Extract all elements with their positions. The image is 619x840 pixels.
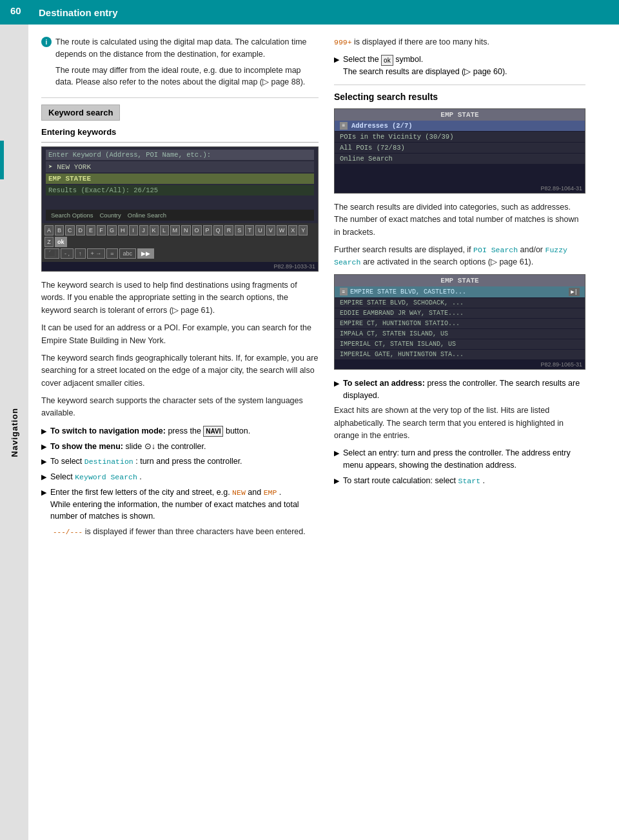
key-Q[interactable]: Q xyxy=(213,225,223,235)
poi-search-text: POI Search xyxy=(473,246,518,254)
body-para-3: The keyword search finds geographically … xyxy=(41,352,319,390)
divider-2 xyxy=(41,142,319,143)
key-R[interactable]: R xyxy=(224,225,234,235)
bullet-show-menu-text: To show the menu: slide ⊙↓ the controlle… xyxy=(50,441,319,453)
bullet-kw-mono: Keyword Search xyxy=(75,473,137,481)
bullet-show-menu: ▶ To show the menu: slide ⊙↓ the control… xyxy=(41,441,319,453)
dashed-display: ---/--- is displayed if fewer than three… xyxy=(53,526,319,538)
key-P[interactable]: P xyxy=(203,225,212,235)
bullet-select-address: ▶ To select an address: press the contro… xyxy=(334,377,585,402)
info-text-p1: The route is calculated using the digita… xyxy=(55,36,319,61)
emp-row-all-pois: All POIs (72/83) xyxy=(335,143,585,153)
key-ok[interactable]: ok xyxy=(55,237,67,247)
bullet-route-rest: . xyxy=(483,476,485,485)
hit-text: 999+ is displayed if there are too many … xyxy=(334,36,585,48)
key-C[interactable]: C xyxy=(65,225,75,235)
selecting-results-heading: Selecting search results xyxy=(334,92,585,102)
main-content: i The route is calculated using the digi… xyxy=(28,25,619,840)
bullet-kw-text: Select Keyword Search . xyxy=(50,471,319,483)
key-up[interactable]: ↑ xyxy=(75,248,86,259)
key-F[interactable]: F xyxy=(97,225,106,235)
kw-row-results: Results (Exact/All): 26/125 xyxy=(46,185,314,195)
key-D[interactable]: D xyxy=(76,225,86,235)
keyword-search-screenshot: Enter Keyword (Address, POI Name, etc.):… xyxy=(41,146,319,272)
key-I[interactable]: I xyxy=(129,225,138,235)
key-J[interactable]: J xyxy=(139,225,148,235)
bullet-dest-mono: Destination xyxy=(84,457,133,466)
bullet-destination: ▶ To select Destination : turn and press… xyxy=(41,455,319,468)
key-plus[interactable]: + → xyxy=(87,248,106,259)
bullet-navi-rest: press the xyxy=(168,426,203,435)
key-G[interactable]: G xyxy=(107,225,117,235)
bullet-letters-pre: Enter the first few letters of the city … xyxy=(50,488,232,497)
kw-toolbar: Search Options Country Online Search xyxy=(46,210,314,221)
key-T[interactable]: T xyxy=(245,225,254,235)
emp2-row-3: EMPIRE CT, HUNTINGTON STATIO... xyxy=(335,319,585,328)
info-text: The route is calculated using the digita… xyxy=(55,36,319,88)
bullet-addr-bold: To select an address: xyxy=(343,379,425,388)
sidebar-accent xyxy=(0,141,4,179)
bullet-addr-text: To select an address: press the controll… xyxy=(343,377,585,402)
key-W[interactable]: W xyxy=(277,225,288,235)
bullet-navi-text: To switch to navigation mode: press the … xyxy=(50,425,319,437)
key-E[interactable]: E xyxy=(86,225,95,235)
key-A[interactable]: A xyxy=(44,225,54,235)
kw-keyboard: A B C D E F G H I J K L M N O xyxy=(42,223,318,262)
body-para-4: The keyword search supports the characte… xyxy=(41,395,319,420)
emp2-row-0-text: EMPIRE STATE BLVD, CASTLETO... xyxy=(350,288,466,295)
emp2-row-2: EDDIE EAMBRAND JR WAY, STATE.... xyxy=(335,308,585,318)
kw-keyboard-row-1: A B C D E F G H I J K L M N O xyxy=(44,225,315,247)
bullet-destination-text: To select Destination : turn and press t… xyxy=(50,455,319,468)
key-N[interactable]: N xyxy=(181,225,191,235)
entering-keywords-heading: Entering keywords xyxy=(41,127,319,137)
info-icon: i xyxy=(41,37,52,47)
body-exact-hits: Exact hits are shown at the very top of … xyxy=(334,405,585,442)
key-Z[interactable]: Z xyxy=(44,237,54,247)
key-O[interactable]: O xyxy=(192,225,202,235)
emp-title-2: EMP STATE xyxy=(335,275,585,286)
key-comma[interactable]: - , xyxy=(61,248,74,259)
further-post: are activated in the search options (▷ p… xyxy=(363,257,533,266)
emp2-nav-icon: ▶| xyxy=(569,288,580,296)
key-M[interactable]: M xyxy=(170,225,181,235)
key-V[interactable]: V xyxy=(266,225,275,235)
emp-ref-1: P82.89-1064-31 xyxy=(335,184,585,193)
info-text-p2: The route may differ from the ideal rout… xyxy=(55,65,319,89)
bullet-kw-pre: Select xyxy=(50,472,75,481)
key-K[interactable]: K xyxy=(150,225,159,235)
sidebar: Navigation xyxy=(0,25,28,840)
emp-screenshot-1: EMP STATE ≡ Addresses (2/7) POIs in the … xyxy=(334,108,585,194)
key-equals[interactable]: = xyxy=(106,248,117,259)
key-back[interactable]: ⬛ xyxy=(44,248,59,259)
bullet-dest-rest: : turn and press the controller. xyxy=(135,457,242,466)
toolbar-country: Country xyxy=(97,211,123,219)
bullet-enter-letters: ▶ Enter the first few letters of the cit… xyxy=(41,486,319,523)
emp-screenshot-2: EMP STATE ≡ EMPIRE STATE BLVD, CASTLETO.… xyxy=(334,274,585,370)
arrow-icon-addr: ▶ xyxy=(334,378,339,402)
hit-count: 999+ xyxy=(334,38,352,46)
sidebar-label: Navigation xyxy=(10,408,19,457)
key-B[interactable]: B xyxy=(55,225,64,235)
bullet-kw-rest: . xyxy=(139,472,141,481)
bullet-letters-text: Enter the first few letters of the city … xyxy=(50,486,319,523)
bullet-dest-pre: To select xyxy=(50,457,84,466)
key-H[interactable]: H xyxy=(118,225,128,235)
divider-1 xyxy=(41,97,319,98)
key-abc[interactable]: abc xyxy=(119,248,137,259)
key-L[interactable]: L xyxy=(160,225,169,235)
bullet-keyword-search: ▶ Select Keyword Search . xyxy=(41,471,319,483)
key-Y[interactable]: Y xyxy=(299,225,308,235)
key-U[interactable]: U xyxy=(255,225,265,235)
toolbar-search-options: Search Options xyxy=(48,211,95,219)
kw-row-emp-state: EMP STATEE xyxy=(46,174,314,184)
kw-empty-space xyxy=(46,197,314,210)
key-S[interactable]: S xyxy=(235,225,244,235)
arrow-icon-2: ▶ xyxy=(41,441,46,453)
body-further-results: Further search results are displayed, if… xyxy=(334,244,585,269)
bullet-route-pre: To start route calculation: select xyxy=(343,476,458,485)
emp2-row-4: IMPALA CT, STATEN ISLAND, US xyxy=(335,329,585,339)
bullet-show-menu-rest: slide ⊙↓ the controller. xyxy=(125,442,206,451)
emp2-row-1: EMPIRE STATE BLVD, SCHODACK, ... xyxy=(335,298,585,308)
key-next[interactable]: ▶▶ xyxy=(137,248,154,259)
key-X[interactable]: X xyxy=(288,225,297,235)
